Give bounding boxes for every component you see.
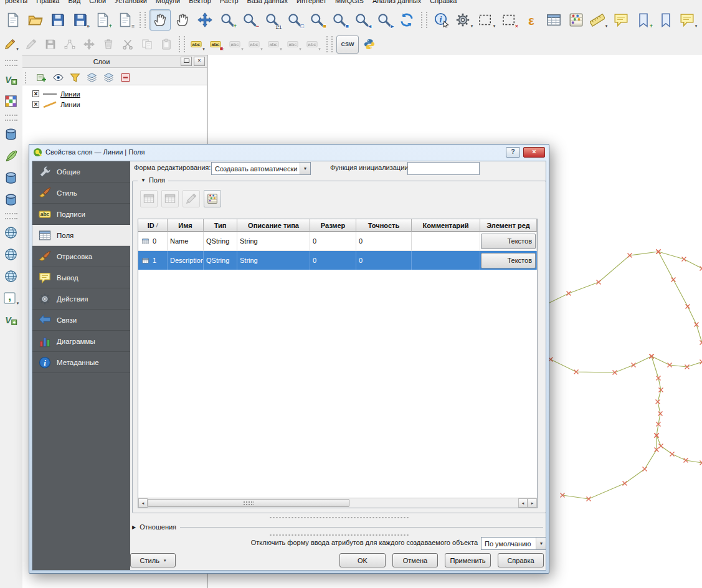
map-tips-button[interactable] [610, 9, 632, 31]
menu-item-Растр[interactable]: Растр [220, 0, 239, 4]
properties-tab-Действия[interactable]: Действия [32, 288, 130, 310]
menu-item-Правка[interactable]: Правка [36, 0, 59, 4]
suppress-form-combobox[interactable]: По умолчанию ▼ [481, 537, 546, 550]
zoom-in-button[interactable]: + [217, 9, 238, 31]
layer-visibility-button[interactable] [50, 70, 65, 85]
layer-item-Линии[interactable]: ×Линии [24, 88, 206, 99]
run-feature-action-button[interactable]: ▾ [453, 9, 475, 31]
text-annotation-button[interactable]: ▾ [678, 9, 699, 31]
column-header-Элемент ред[interactable]: Элемент ред [480, 219, 537, 232]
column-header-Описание типа[interactable]: Описание типа [237, 219, 310, 232]
add-raster-layer-button[interactable] [1, 92, 21, 111]
menu-item-Анализ данных[interactable]: Анализ данных [372, 0, 421, 4]
zoom-full-button[interactable]: □ [284, 9, 305, 31]
zoom-to-layer-button[interactable]: ■ [329, 9, 350, 31]
zoom-to-selection-button[interactable]: ■ [306, 9, 328, 31]
add-delimited-text-layer-button[interactable]: ▾ [1, 288, 21, 308]
dialog-help-button[interactable]: ? [506, 147, 520, 158]
add-vector-layer-button[interactable] [1, 70, 21, 89]
select-features-button[interactable]: ▾ [476, 9, 497, 31]
map-refresh-button[interactable] [396, 9, 417, 31]
splitter-handle[interactable] [269, 534, 409, 536]
identify-features-button[interactable] [431, 9, 452, 31]
layer-checkbox[interactable]: × [32, 90, 39, 97]
python-console-button[interactable] [360, 36, 378, 54]
add-mssql-layer-button[interactable] [1, 168, 21, 187]
init-function-input[interactable] [407, 162, 480, 175]
zoom-next-button[interactable]: ▸ [374, 9, 395, 31]
properties-tab-Поля[interactable]: Поля [32, 225, 130, 246]
dialog-close-button[interactable]: × [523, 147, 545, 158]
properties-tab-Связи[interactable]: Связи [32, 310, 130, 331]
remove-layer-button[interactable] [118, 70, 133, 85]
scrollbar-track[interactable] [349, 498, 518, 508]
apply-button[interactable]: Применить [445, 553, 491, 567]
scroll-right-icon[interactable]: ▸ [528, 498, 537, 508]
column-header-Тип[interactable]: Тип [204, 219, 237, 232]
menu-item-Модули[interactable]: Модули [156, 0, 180, 4]
zoom-last-button[interactable]: ◂ [351, 9, 372, 31]
label-settings-button[interactable]: ▾ [189, 36, 207, 54]
panel-float-button[interactable] [181, 57, 192, 66]
add-spatialite-layer-button[interactable] [1, 146, 21, 166]
project-open-button[interactable] [25, 9, 46, 31]
edit-widget-button[interactable]: Текстов [481, 234, 536, 249]
field-row-Name[interactable]: 0NameQStringString00Текстов [138, 232, 537, 251]
add-wfs-layer-button[interactable] [1, 267, 21, 286]
menu-item-Справка[interactable]: Справка [430, 0, 457, 4]
collapse-all-button[interactable] [101, 70, 116, 85]
ok-button[interactable]: OK [339, 553, 386, 567]
open-field-calculator-button[interactable] [204, 190, 221, 207]
filter-legend-button[interactable] [67, 70, 82, 85]
column-header-Точность[interactable]: Точность [356, 219, 412, 232]
panel-close-button[interactable]: × [194, 57, 205, 66]
deselect-features-button[interactable]: × [498, 9, 519, 31]
column-header-Имя[interactable]: Имя [168, 219, 204, 232]
layer-item-Линии[interactable]: ×Линии [24, 99, 206, 110]
column-header-Размер[interactable]: Размер [310, 219, 356, 232]
add-wcs-layer-button[interactable] [1, 245, 21, 264]
fields-table-hscrollbar[interactable]: ◂ ◂ ▸ [138, 498, 537, 508]
properties-tab-Диаграммы[interactable]: Диаграммы [32, 331, 130, 352]
menu-item-Вектор[interactable]: Вектор [189, 0, 211, 4]
column-header-Комментарий[interactable]: Комментарий [412, 219, 480, 232]
properties-tab-Вывод[interactable]: Вывод [32, 267, 130, 288]
add-oracle-layer-button[interactable] [1, 190, 21, 209]
properties-tab-Отрисовка[interactable]: Отрисовка [32, 246, 130, 267]
open-attribute-table-button[interactable] [543, 9, 564, 31]
menu-item-База данных[interactable]: База данных [247, 0, 288, 4]
menu-item-Слои[interactable]: Слои [89, 0, 106, 4]
add-wms-layer-button[interactable] [1, 223, 21, 242]
scrollbar-thumb[interactable] [148, 499, 349, 507]
field-calculator-button[interactable] [566, 9, 587, 31]
new-print-composer-button[interactable]: + [92, 9, 113, 31]
style-button[interactable]: Стиль ▾ [130, 553, 176, 567]
add-group-button[interactable] [34, 70, 49, 85]
dialog-titlebar[interactable]: Свойства слоя — Линии | Поля ? × [29, 145, 549, 159]
properties-tab-Подписи[interactable]: Подписи [32, 204, 130, 225]
measure-line-button[interactable]: ▾ [588, 9, 609, 31]
column-header-ID[interactable]: ID/ [138, 219, 168, 232]
properties-tab-Стиль[interactable]: Стиль [32, 183, 130, 204]
menu-item-Вид[interactable]: Вид [68, 0, 80, 4]
zoom-out-button[interactable]: − [239, 9, 260, 31]
expand-all-button[interactable] [84, 70, 99, 85]
new-shapefile-layer-button[interactable] [1, 310, 21, 330]
menu-item-Установки[interactable]: Установки [115, 0, 147, 4]
zoom-native-button[interactable]: 1:1 [262, 9, 283, 31]
show-bookmarks-button[interactable] [655, 9, 676, 31]
field-row-Description[interactable]: 1DescriptionQStringString00Текстов [138, 251, 537, 270]
touch-zoom-pan-button[interactable] [149, 9, 171, 31]
csw-search-button[interactable]: CSW [336, 36, 359, 54]
pan-map-button[interactable] [172, 9, 193, 31]
cancel-button[interactable]: Отмена [392, 553, 438, 567]
current-edits-button[interactable]: ▾ [2, 36, 21, 54]
new-bookmark-button[interactable]: + [633, 9, 654, 31]
help-button[interactable]: Справка [498, 553, 544, 567]
select-by-expression-button[interactable] [521, 9, 542, 31]
scroll-left-2-icon[interactable]: ◂ [518, 498, 528, 508]
scroll-left-icon[interactable]: ◂ [138, 498, 148, 508]
fields-group-title[interactable]: ▼ Поля [138, 176, 168, 184]
menu-item-MMQGIS[interactable]: MMQGIS [335, 0, 364, 4]
relations-groupbox[interactable]: ▶ Отношения [132, 522, 543, 532]
